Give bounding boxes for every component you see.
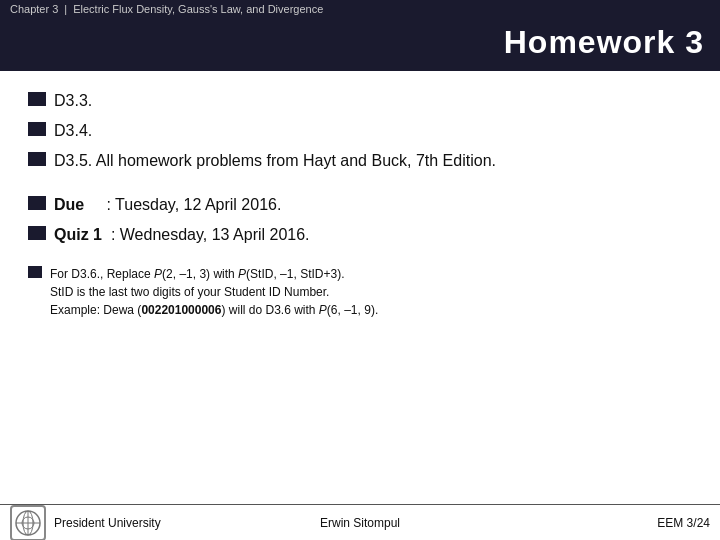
bullet-icon-d35 — [28, 152, 46, 166]
footer-university: President University — [54, 516, 161, 530]
bullet-icon-note — [28, 266, 42, 278]
due-date-item: Due : Tuesday, 12 April 2016. — [28, 193, 692, 217]
header-separator: | — [64, 3, 67, 15]
quiz-value: : Wednesday, 13 April 2016. — [111, 226, 310, 243]
title-row: Homework 3 — [0, 18, 720, 71]
bullet-icon-d34 — [28, 122, 46, 136]
footer-page: EEM 3/24 — [657, 516, 710, 530]
main-content: D3.3. D3.4. D3.5. All homework problems … — [0, 71, 720, 329]
page-title: Homework 3 — [16, 24, 704, 61]
list-item-d33: D3.3. — [28, 89, 692, 113]
chapter-label: Chapter 3 — [10, 3, 58, 15]
footer-right: EEM 3/24 — [477, 516, 710, 530]
header-subtitle: Electric Flux Density, Gauss's Law, and … — [73, 3, 323, 15]
footer-author: Erwin Sitompul — [320, 516, 400, 530]
bullet-icon-quiz — [28, 226, 46, 240]
due-text: Due : Tuesday, 12 April 2016. — [54, 193, 281, 217]
quiz-label: Quiz 1 — [54, 226, 102, 243]
note-line2: StID is the last two digits of your Stud… — [50, 285, 329, 299]
footer-center: Erwin Sitompul — [243, 516, 476, 530]
bullet-text-d34: D3.4. — [54, 119, 92, 143]
bullet-icon-due — [28, 196, 46, 210]
bullet-text-d35: D3.5. All homework problems from Hayt an… — [54, 149, 496, 173]
due-label: Due — [54, 196, 84, 213]
note-line1: For D3.6., Replace P(2, –1, 3) with P(St… — [50, 267, 344, 281]
header-bar: Chapter 3 | Electric Flux Density, Gauss… — [0, 0, 720, 18]
bullet-text-d33: D3.3. — [54, 89, 92, 113]
note-text: For D3.6., Replace P(2, –1, 3) with P(St… — [50, 265, 378, 319]
quiz-date-item: Quiz 1 : Wednesday, 13 April 2016. — [28, 223, 692, 247]
footer-left: President University — [10, 505, 243, 541]
university-logo — [10, 505, 46, 541]
bullet-icon-d33 — [28, 92, 46, 106]
list-item-d35: D3.5. All homework problems from Hayt an… — [28, 149, 692, 173]
due-value: : Tuesday, 12 April 2016. — [106, 196, 281, 213]
quiz-text: Quiz 1 : Wednesday, 13 April 2016. — [54, 223, 310, 247]
footer: President University Erwin Sitompul EEM … — [0, 504, 720, 540]
note-section: For D3.6., Replace P(2, –1, 3) with P(St… — [28, 265, 692, 319]
note-line3: Example: Dewa (002201000006) will do D3.… — [50, 303, 378, 317]
list-item-d34: D3.4. — [28, 119, 692, 143]
